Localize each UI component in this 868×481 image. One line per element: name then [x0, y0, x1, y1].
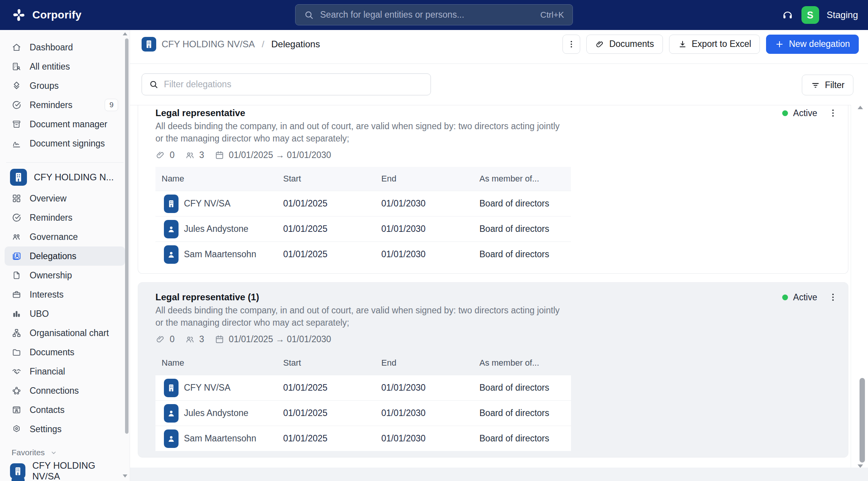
card-menu-button[interactable]: [828, 108, 838, 118]
column-header-end: End: [381, 358, 479, 368]
sidebar-item-organisational-chart[interactable]: Organisational chart: [0, 323, 130, 343]
sidebar-item-label: Document signings: [30, 138, 105, 149]
documents-button[interactable]: Documents: [586, 35, 663, 54]
export-to-excel-button[interactable]: Export to Excel: [669, 35, 760, 54]
calendar-icon: [214, 334, 225, 345]
sidebar-item-financial[interactable]: Financial: [0, 362, 130, 381]
sidebar-item-document-signings[interactable]: Document signings: [0, 134, 130, 153]
check-circle-icon: [12, 100, 22, 110]
table-row[interactable]: Sam Maartensohn 01/01/2025 01/01/2030 Bo…: [155, 241, 571, 267]
document-icon: [12, 270, 22, 280]
sidebar-item-governance[interactable]: Governance: [0, 227, 130, 246]
table-row[interactable]: Jules Andystone 01/01/2025 01/01/2030 Bo…: [155, 216, 571, 241]
brand[interactable]: Corporify: [11, 7, 82, 23]
handshake-icon: [12, 366, 22, 376]
card-menu-button[interactable]: [828, 292, 838, 302]
sidebar-item-reminders[interactable]: Reminders 9: [0, 95, 130, 115]
delegations-scroll-area: Legal representative Active All deeds bi…: [130, 105, 851, 468]
delegation-title: Legal representative (1): [155, 292, 259, 303]
end-date: 01/01/2030: [381, 198, 479, 209]
new-delegation-button-label: New delegation: [789, 39, 850, 49]
entity-building-icon: [164, 379, 179, 397]
sidebar-item-interests[interactable]: Interests: [0, 285, 130, 304]
check-circle-icon: [12, 213, 22, 223]
status-dot: [782, 295, 788, 300]
page-menu-button[interactable]: [563, 35, 580, 54]
sidebar-item-dashboard[interactable]: Dashboard: [0, 38, 130, 57]
new-delegation-button[interactable]: New delegation: [766, 35, 859, 54]
favorites-label: Favorites: [12, 448, 45, 457]
sidebar: Dashboard All entities Groups Reminders …: [0, 30, 130, 481]
filter-button[interactable]: Filter: [802, 75, 853, 95]
sidebar-item-entity-reminders[interactable]: Reminders: [0, 208, 130, 227]
sidebar-item-ownership[interactable]: Ownership: [0, 266, 130, 285]
sidebar-item-delegations[interactable]: Delegations: [5, 246, 125, 266]
sidebar-item-contacts[interactable]: Contacts: [0, 400, 130, 419]
member-name: Sam Maartensohn: [184, 433, 256, 444]
sidebar-item-groups[interactable]: Groups: [0, 76, 130, 95]
status-badge: Active: [782, 292, 817, 303]
column-header-member-of: As member of...: [479, 358, 571, 368]
filter-delegations-input[interactable]: [164, 79, 424, 90]
support-headset-icon[interactable]: [781, 9, 794, 21]
sidebar-item-connections[interactable]: Connections: [0, 381, 130, 400]
sidebar-item-all-entities[interactable]: All entities: [0, 57, 130, 76]
table-row[interactable]: CFY NV/SA 01/01/2025 01/01/2030 Board of…: [155, 375, 571, 400]
breadcrumb-entity-link[interactable]: CFY HOLDING NV/SA: [162, 39, 255, 50]
person-icon: [164, 429, 179, 448]
people-icon: [185, 150, 195, 160]
sidebar-item-settings[interactable]: Settings: [0, 419, 130, 439]
member-name: Jules Andystone: [184, 224, 249, 234]
page-header: CFY HOLDING NV/SA / Delegations Document…: [130, 30, 868, 64]
card-header: Legal representative (1) Active: [138, 291, 848, 303]
column-header-start: Start: [283, 174, 381, 184]
search-icon: [304, 10, 314, 20]
paperclip-icon: [155, 334, 165, 344]
start-date: 01/01/2025: [283, 433, 381, 444]
funnel-icon: [811, 80, 820, 90]
table-row[interactable]: Sam Maartensohn 01/01/2025 01/01/2030 Bo…: [155, 426, 571, 451]
table-row[interactable]: Jules Andystone 01/01/2025 01/01/2030 Bo…: [155, 400, 571, 426]
members-table: Name Start End As member of... CFY NV/SA…: [155, 351, 571, 451]
member-of: Board of directors: [479, 433, 571, 444]
members-count: 3: [185, 150, 204, 160]
member-of: Board of directors: [479, 249, 571, 260]
entity-building-icon: [10, 169, 27, 186]
archive-icon: [12, 119, 22, 129]
favorites-toggle[interactable]: Favorites: [0, 446, 130, 459]
sidebar-entity-nav: Overview Reminders Governance Delegation…: [0, 189, 130, 439]
avatar[interactable]: S: [801, 6, 819, 24]
entity-selector[interactable]: CFY HOLDING N...: [0, 166, 130, 189]
column-header-member-of: As member of...: [479, 174, 571, 184]
sidebar-scroll-up-arrow[interactable]: [123, 32, 127, 35]
end-date: 01/01/2030: [381, 408, 479, 418]
main-scrollbar-thumb[interactable]: [860, 378, 865, 463]
sidebar-item-document-manager[interactable]: Document manager: [0, 115, 130, 134]
sidebar-item-label: UBO: [30, 309, 49, 319]
sidebar-item-label: Dashboard: [30, 42, 73, 53]
delegation-card: Legal representative (1) Active All deed…: [138, 282, 848, 458]
delegation-description: All deeds binding the company, in and ou…: [155, 304, 569, 329]
table-row[interactable]: CFY NV/SA 01/01/2025 01/01/2030 Board of…: [155, 191, 571, 216]
status-label: Active: [793, 108, 817, 118]
attachments-count-value: 0: [170, 150, 175, 160]
status-badge: Active: [782, 108, 817, 118]
sidebar-item-label: Ownership: [30, 270, 72, 281]
sidebar-item-label: Contacts: [30, 405, 65, 415]
status-dot: [782, 110, 788, 116]
main-scroll-up-arrow[interactable]: [858, 106, 863, 109]
paperclip-icon: [155, 150, 165, 160]
sidebar-scroll-down-arrow[interactable]: [123, 474, 127, 478]
org-chart-icon: [12, 328, 22, 338]
column-header-start: Start: [283, 358, 381, 368]
global-search[interactable]: Search for legal entities or persons... …: [295, 4, 573, 25]
filter-input-box[interactable]: [142, 73, 431, 95]
start-date: 01/01/2025: [283, 383, 381, 393]
delegation-meta: 0 3 01/01/2025 → 01/01/2030: [155, 149, 848, 161]
sidebar-scrollbar-thumb[interactable]: [125, 38, 129, 434]
sidebar-item-label: Interests: [30, 290, 63, 300]
sidebar-item-documents[interactable]: Documents: [0, 343, 130, 362]
sidebar-item-overview[interactable]: Overview: [0, 189, 130, 208]
person-icon: [164, 245, 179, 264]
sidebar-item-ubo[interactable]: UBO: [0, 304, 130, 323]
